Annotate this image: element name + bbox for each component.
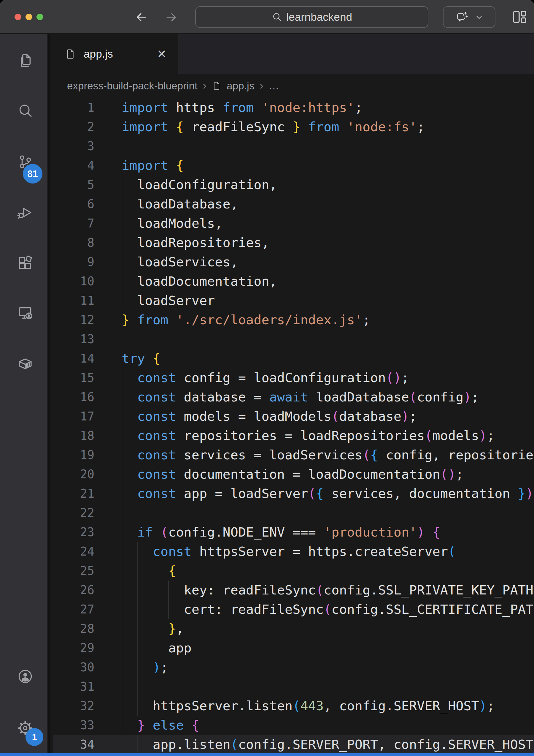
settings-badge: 1 [26, 728, 43, 746]
traffic-light-close[interactable] [14, 14, 21, 20]
code-line-22[interactable]: 22 [53, 503, 534, 523]
code-line-10[interactable]: 10 loadDocumentation, [53, 272, 534, 291]
line-number: 8 [53, 233, 122, 253]
account-button[interactable] [17, 668, 34, 685]
breadcrumb-folder[interactable]: express-build-pack-blueprint [67, 80, 198, 92]
source-control-badge: 81 [23, 164, 42, 183]
code-line-33[interactable]: 33 } else { [53, 716, 534, 735]
indent-guide [137, 542, 138, 561]
code-line-4[interactable]: 4import { [53, 156, 534, 175]
back-button[interactable] [134, 10, 149, 24]
breadcrumb-symbol-ellipsis[interactable]: … [269, 80, 279, 92]
code-line-1[interactable]: 1import https from 'node:https'; [53, 98, 534, 117]
indent-guide [153, 561, 153, 580]
indent-guide [122, 253, 122, 272]
indent-guide [168, 600, 169, 619]
line-number: 27 [53, 600, 122, 619]
sidebar-item-extensions[interactable] [17, 255, 34, 271]
forward-button[interactable] [164, 10, 178, 24]
sidebar-item-run-and-debug[interactable] [17, 204, 34, 221]
code-line-11[interactable]: 11 loadServer [53, 291, 534, 310]
indent-guide [122, 388, 122, 407]
copilot-chat-icon [455, 11, 469, 24]
sidebar-item-containers[interactable] [17, 355, 34, 372]
indent-guide [122, 561, 122, 580]
customize-layout-button[interactable] [511, 9, 528, 25]
files-icon [17, 53, 34, 69]
code-line-26[interactable]: 26 key: readFileSync(config.SSL_PRIVATE_… [53, 580, 534, 600]
code-line-3[interactable]: 3 [53, 137, 534, 156]
breadcrumb-file[interactable]: app.js [227, 80, 254, 92]
search-icon [271, 12, 282, 23]
line-number: 2 [53, 117, 122, 137]
tab-app-js[interactable]: app.js ✕ [53, 34, 178, 74]
code-line-31[interactable]: 31 [53, 677, 534, 696]
indent-guide [137, 696, 138, 716]
indent-guide [122, 291, 122, 310]
indent-guide [122, 465, 122, 484]
line-number: 14 [53, 349, 122, 368]
line-number: 12 [53, 310, 122, 330]
line-number: 26 [53, 580, 122, 600]
indent-guide [137, 638, 138, 658]
code-line-27[interactable]: 27 cert: readFileSync(config.SSL_CERTIFI… [53, 600, 534, 619]
line-number: 11 [53, 291, 122, 310]
command-center-search[interactable]: learnbackend [195, 6, 428, 28]
sidebar-item-explorer[interactable] [17, 53, 34, 69]
line-number: 3 [53, 137, 122, 156]
code-line-20[interactable]: 20 const documentation = loadDocumentati… [53, 465, 534, 484]
indent-guide [122, 175, 122, 195]
sidebar-item-search[interactable] [17, 102, 34, 119]
copilot-chat-button[interactable] [443, 6, 496, 28]
traffic-light-minimize[interactable] [26, 14, 32, 20]
code-line-13[interactable]: 13 [53, 330, 534, 349]
code-line-12[interactable]: 12} from './src/loaders/index.js'; [53, 310, 534, 330]
line-number: 13 [53, 330, 122, 349]
code-line-24[interactable]: 24 const httpsServer = https.createServe… [53, 542, 534, 561]
code-line-7[interactable]: 7 loadModels, [53, 214, 534, 233]
indent-guide [122, 696, 122, 716]
indent-guide [137, 619, 138, 638]
file-icon [212, 81, 221, 91]
code-line-2[interactable]: 2import { readFileSync } from 'node:fs'; [53, 117, 534, 137]
code-line-8[interactable]: 8 loadRepositories, [53, 233, 534, 253]
code-line-34[interactable]: 34 app.listen(config.SERVER_PORT, config… [53, 735, 534, 754]
indent-guide [168, 580, 169, 600]
code-line-6[interactable]: 6 loadDatabase, [53, 195, 534, 214]
close-icon[interactable]: ✕ [157, 48, 166, 60]
code-line-15[interactable]: 15 const config = loadConfiguration(); [53, 368, 534, 388]
code-line-17[interactable]: 17 const models = loadModels(database); [53, 407, 534, 426]
code-line-30[interactable]: 30 ); [53, 658, 534, 677]
traffic-light-zoom[interactable] [37, 14, 43, 20]
indent-guide [122, 503, 122, 523]
indent-guide [122, 233, 122, 253]
status-bar [0, 753, 534, 756]
indent-guide [137, 677, 138, 696]
indent-guide [153, 619, 153, 638]
code-line-14[interactable]: 14try { [53, 349, 534, 368]
indent-guide [153, 600, 153, 619]
indent-guide [122, 580, 122, 600]
code-line-18[interactable]: 18 const repositories = loadRepositories… [53, 426, 534, 446]
code-line-9[interactable]: 9 loadServices, [53, 253, 534, 272]
layout-icon [511, 9, 528, 25]
code-line-16[interactable]: 16 const database = await loadDatabase(c… [53, 388, 534, 407]
sidebar-item-remote-explorer[interactable] [17, 305, 34, 321]
code-line-19[interactable]: 19 const services = loadServices({ confi… [53, 446, 534, 465]
code-line-25[interactable]: 25 { [53, 561, 534, 580]
tab-label: app.js [84, 48, 113, 60]
command-center-text: learnbackend [286, 11, 352, 23]
code-line-28[interactable]: 28 }, [53, 619, 534, 638]
line-number: 19 [53, 446, 122, 465]
indent-guide [122, 368, 122, 388]
code-line-5[interactable]: 5 loadConfiguration, [53, 175, 534, 195]
code-line-21[interactable]: 21 const app = loadServer({ services, do… [53, 484, 534, 503]
chevron-right-icon: › [260, 80, 263, 92]
remote-explorer-icon [17, 305, 34, 321]
indent-guide [137, 561, 138, 580]
search-icon [17, 102, 34, 119]
code-line-32[interactable]: 32 httpsServer.listen(443, config.SERVER… [53, 696, 534, 716]
code-line-23[interactable]: 23 if (config.NODE_ENV === 'production')… [53, 523, 534, 542]
code-line-29[interactable]: 29 app [53, 638, 534, 658]
code-editor[interactable]: 1import https from 'node:https';2import … [53, 98, 534, 754]
